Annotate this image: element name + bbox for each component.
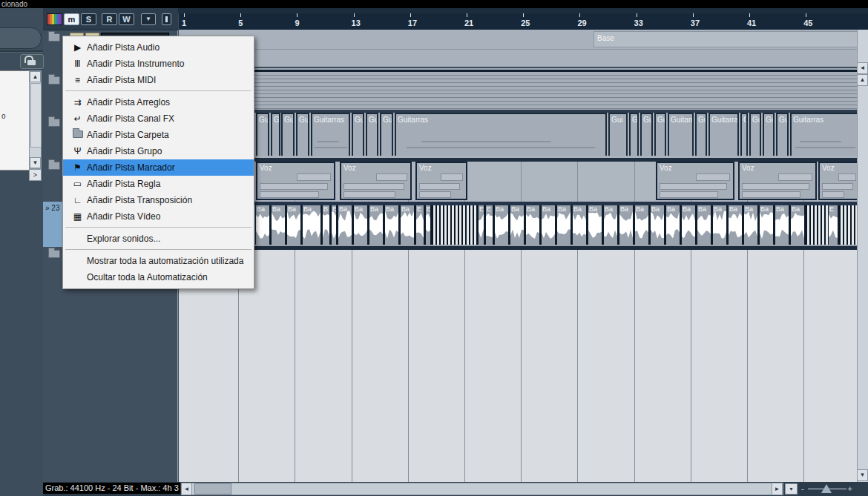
- bass-audio-clip[interactable]: Ba: [634, 205, 650, 245]
- menu-item-a-adir-pista-transposici-n[interactable]: ∟Añadir Pista Transposición: [63, 192, 254, 208]
- bass-audio-clip[interactable]: Ba: [572, 205, 588, 245]
- zoom-slider-thumb[interactable]: [821, 484, 832, 493]
- bass-audio-clip[interactable]: Ba: [619, 205, 634, 245]
- guitar-clip[interactable]: Guitarras: [790, 113, 857, 156]
- voz-clip[interactable]: Voz: [738, 162, 817, 200]
- bass-audio-clip[interactable]: Ba: [384, 205, 400, 245]
- menu-item-a-adir-pista-carpeta[interactable]: Añadir Pista Carpeta: [63, 127, 254, 143]
- bass-audio-clip[interactable]: Ba: [302, 205, 322, 245]
- voz-clip[interactable]: Voz: [818, 162, 857, 200]
- bass-audio-clip[interactable]: Ba: [510, 205, 525, 245]
- menu-item-a-adir-pista-midi[interactable]: ≡Añadir Pista MIDI: [63, 72, 254, 88]
- folder-track-icon[interactable]: [48, 33, 60, 42]
- bass-audio-clip[interactable]: Ba: [775, 205, 790, 245]
- toolbar-dropdown-icon[interactable]: ▼: [141, 13, 156, 25]
- bass-audio-clip[interactable]: Ba: [697, 205, 712, 245]
- guitar-clip[interactable]: Guitarras: [395, 113, 607, 156]
- bass-audio-clip[interactable]: Ba: [556, 205, 572, 245]
- bass-audio-clip[interactable]: Ba: [712, 205, 728, 245]
- voz-clip[interactable]: Voz: [256, 162, 335, 200]
- voz-clip[interactable]: Voz: [340, 162, 412, 200]
- menu-item-a-adir-pista-grupo[interactable]: ΨAñadir Pista Grupo: [63, 143, 254, 159]
- bass-audio-clip[interactable]: Ba: [400, 205, 415, 245]
- zoom-preset-dropdown[interactable]: ▼: [785, 483, 798, 495]
- lane-guitar[interactable]: GuGGuiGuGuitarrasGuiGuiGuiGuitarrasGuiGu…: [179, 113, 857, 162]
- folder-track-icon[interactable]: [48, 119, 60, 127]
- menu-item-a-adir-pista-instrumento[interactable]: ⅢAñadir Pista Instrumento: [63, 56, 254, 72]
- zoom-in-icon[interactable]: +: [848, 484, 852, 493]
- inspector-scroll-up-icon[interactable]: ▲: [30, 71, 41, 82]
- bass-audio-clip[interactable]: Ba: [681, 205, 697, 245]
- lane-bass-audio[interactable]: BaBaBaBaBEBaBaBaBaBaEEEEBaBaBaBaBaBaBaBa…: [179, 205, 857, 250]
- inspector-scrollbar[interactable]: ▲ ▼: [29, 70, 42, 169]
- bass-audio-clip[interactable]: Ba: [728, 205, 743, 245]
- bass-audio-clip[interactable]: Ba: [494, 205, 510, 245]
- guitar-clip[interactable]: Gui: [749, 113, 761, 156]
- bass-audio-clip[interactable]: Ba: [255, 205, 271, 245]
- folder-track-icon[interactable]: [48, 162, 60, 170]
- guitar-clip[interactable]: Gui: [281, 113, 295, 156]
- menu-item-a-adir-pista-regla[interactable]: ▭Añadir Pista Regla: [63, 176, 254, 192]
- menu-item-explorar-sonidos[interactable]: Explorar sonidos...: [63, 231, 254, 247]
- voz-clip[interactable]: Voz: [656, 162, 734, 200]
- guitar-clip[interactable]: Gui: [695, 113, 707, 156]
- guitar-clip[interactable]: Gui: [640, 113, 653, 156]
- guitar-clip[interactable]: Gui: [776, 113, 789, 156]
- zoom-slider[interactable]: - +: [799, 482, 855, 496]
- bass-audio-clip[interactable]: Ba: [353, 205, 369, 245]
- bass-audio-clip[interactable]: Ba: [759, 205, 775, 245]
- horizontal-scrollbar[interactable]: [181, 483, 783, 495]
- folder-track-icon[interactable]: [48, 76, 60, 85]
- guitar-clip[interactable]: G: [271, 113, 280, 156]
- bass-audio-clip[interactable]: Ba: [603, 205, 619, 245]
- guitar-clip[interactable]: Gu: [296, 113, 309, 156]
- toolbar-button-s[interactable]: S: [81, 13, 96, 25]
- menu-item-a-adir-pista-canal-fx[interactable]: ↵Añadir Pista Canal FX: [63, 110, 254, 127]
- menu-item-ocultar-toda-la-automatizaci-n[interactable]: Ocultar toda la Automatización: [63, 269, 254, 285]
- guitar-clip[interactable]: Guitarras: [311, 113, 350, 156]
- bass-audio-clip[interactable]: Ba: [271, 205, 286, 245]
- guitar-clip[interactable]: Gui: [366, 113, 378, 156]
- inspector-expand-button[interactable]: >: [29, 169, 42, 181]
- zoom-out-icon[interactable]: -: [801, 484, 804, 493]
- sliced-audio-region[interactable]: [432, 205, 478, 245]
- guitar-clip[interactable]: Gui: [763, 113, 775, 156]
- sliced-audio-region[interactable]: [839, 205, 857, 245]
- bass-audio-clip[interactable]: E: [425, 205, 432, 245]
- bass-audio-clip[interactable]: Ba: [369, 205, 384, 245]
- scroll-right-icon[interactable]: ►: [772, 483, 783, 495]
- guitar-clip[interactable]: Guitarra: [708, 113, 739, 156]
- vertical-scrollbar[interactable]: [857, 30, 868, 482]
- splitter-handle-icon[interactable]: ◄: [857, 62, 868, 74]
- bass-audio-clip[interactable]: E: [828, 205, 839, 245]
- bass-audio-clip[interactable]: E: [485, 205, 494, 245]
- sliced-audio-region[interactable]: [806, 205, 828, 245]
- lane-base[interactable]: Base: [179, 30, 857, 68]
- toolbar-button-w[interactable]: W: [119, 13, 134, 25]
- inspector-tab[interactable]: [0, 27, 42, 49]
- guitar-clip[interactable]: Gui: [654, 113, 666, 156]
- guitar-clip[interactable]: G: [740, 113, 748, 156]
- toolbar-button-r[interactable]: R: [102, 13, 117, 25]
- guitar-clip[interactable]: Gui: [608, 113, 628, 156]
- timeline-ruler[interactable]: 159131721252933374145: [179, 13, 868, 30]
- lane-voz[interactable]: VozVozVozVozVozVoz: [179, 162, 857, 205]
- guitar-clip[interactable]: Gui: [352, 113, 364, 156]
- toolbar-button-m[interactable]: m: [64, 13, 79, 25]
- menu-item-a-adir-pista-arreglos[interactable]: ⇉Añadir Pista Arreglos: [63, 94, 254, 110]
- track-colors-icon[interactable]: [47, 13, 62, 25]
- bass-audio-clip[interactable]: E: [331, 205, 338, 245]
- menu-item-a-adir-pista-audio[interactable]: ▶Añadir Pista Audio: [63, 39, 254, 56]
- bass-audio-clip[interactable]: Ba: [525, 205, 541, 245]
- scroll-down-icon[interactable]: ▼: [857, 469, 868, 481]
- toolbar-divider-button[interactable]: [162, 13, 171, 25]
- menu-item-a-adir-pista-v-deo[interactable]: ▦Añadir Pista Vídeo: [63, 208, 254, 225]
- bass-audio-clip[interactable]: Ba: [743, 205, 759, 245]
- bass-audio-clip[interactable]: Ba: [665, 205, 681, 245]
- bass-audio-clip[interactable]: Ba: [338, 205, 353, 245]
- voz-clip[interactable]: Voz: [415, 162, 467, 200]
- bass-audio-clip[interactable]: E: [415, 205, 425, 245]
- horizontal-scroll-thumb[interactable]: [194, 483, 231, 495]
- lane-striped[interactable]: [179, 68, 857, 113]
- guitar-clip[interactable]: Gu: [629, 113, 639, 156]
